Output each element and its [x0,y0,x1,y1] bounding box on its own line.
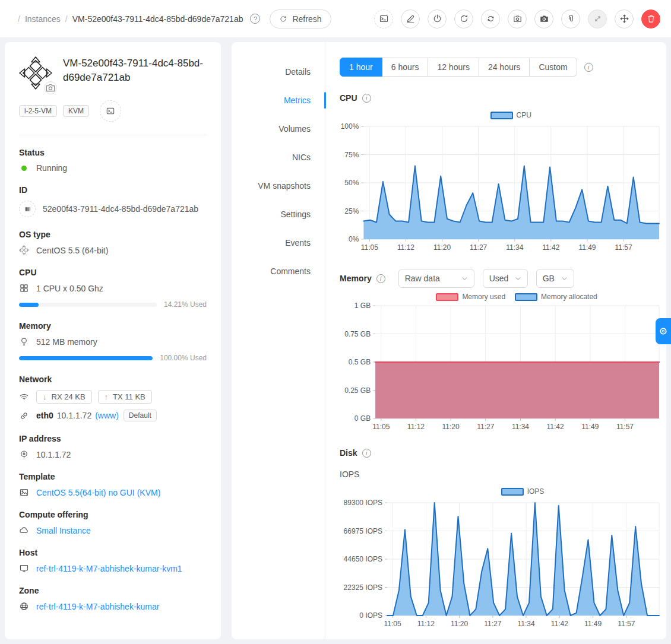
tx-tag: ↑TX 11 KB [98,390,152,404]
legend-memory-used[interactable]: Memory used [436,293,505,301]
svg-text:11:57: 11:57 [618,620,635,628]
iops-legend: IOPS [387,487,658,496]
svg-text:11:49: 11:49 [584,620,602,628]
recurring-snapshot-button[interactable] [534,9,553,28]
svg-text:50%: 50% [344,179,359,187]
memory-unit-select[interactable]: GB [536,269,574,288]
ip-value: 10.1.1.72 [36,450,71,459]
nic-name: eth0 [36,411,53,420]
chevron-down-icon [461,277,468,281]
cpu-section-title: CPU [340,93,357,103]
poweroff-button[interactable] [428,9,447,28]
memory-metric-select[interactable]: Raw data [398,269,474,288]
tab-metrics[interactable]: Metrics [232,86,325,115]
help-icon[interactable]: ? [250,14,260,24]
svg-text:11:34: 11:34 [512,423,529,431]
template-label: Template [19,472,207,481]
memory-chart: 0 GB0.25 GB0.5 GB0.75 GB1 GB11:0511:1211… [340,302,658,434]
svg-text:0 IOPS: 0 IOPS [359,611,382,620]
tab-details[interactable]: Details [232,58,325,86]
refresh-button[interactable]: Refresh [270,9,331,28]
range-1-hour[interactable]: 1 hour [340,58,382,77]
pin-icon [19,449,29,459]
cpu-progress [19,303,157,307]
offering-link[interactable]: Small Instance [36,526,91,535]
breadcrumb: / Instances / VM-52e00f43-7911-4dc4-85bd… [13,14,260,24]
vm-detail-card: DetailsMetricsVolumesNICsVM snapshotsSet… [232,42,666,639]
paperclip-icon [566,14,576,24]
time-range-group: 1 hour6 hours12 hours24 hoursCustom [340,58,577,77]
range-custom[interactable]: Custom [530,58,577,77]
divider [19,135,207,135]
memory-info-icon[interactable]: i [376,274,385,283]
zone-label: Zone [19,586,207,595]
memory-stat-select[interactable]: Used [483,269,528,288]
action-toolbar [374,9,660,28]
bulb-icon [19,337,29,347]
svg-text:1 GB: 1 GB [355,302,371,310]
migrate-button[interactable] [615,9,634,28]
network-label: Network [19,375,207,384]
edit-button[interactable] [401,9,420,28]
legend-memory-allocated[interactable]: Memory allocated [515,293,597,301]
settings-drawer-button[interactable] [656,318,671,344]
camera-badge-icon[interactable] [44,81,57,94]
svg-text:11:34: 11:34 [518,620,535,628]
memory-value: 512 MB memory [36,337,97,347]
reload-icon [279,15,287,23]
tab-settings[interactable]: Settings [232,200,325,229]
snapshot-button[interactable] [508,9,527,28]
destroy-button[interactable] [641,9,660,28]
svg-text:11:49: 11:49 [578,243,596,252]
tab-comments[interactable]: Comments [232,257,325,285]
reinstall-button[interactable] [481,9,500,28]
trash-icon [646,14,656,24]
nic-network-link[interactable]: (www) [95,411,119,420]
cpu-info-icon[interactable]: i [362,94,371,103]
zone-link[interactable]: ref-trl-4119-k-M7-abhishek-kumar [36,602,159,611]
svg-text:11:05: 11:05 [372,423,390,431]
console-button[interactable] [374,9,393,28]
metrics-panel: 1 hour6 hours12 hours24 hoursCustom i CP… [325,42,666,639]
svg-text:11:12: 11:12 [397,243,414,252]
legend-swatch [515,293,537,301]
svg-text:11:20: 11:20 [433,243,451,252]
wifi-icon [19,392,29,402]
iops-subtitle: IOPS [340,469,658,479]
host-link[interactable]: ref-trl-4119-k-M7-abhishek-kumar-kvm1 [36,564,182,573]
tab-vm-snapshots[interactable]: VM snapshots [232,172,325,200]
offering-label: Compute offering [19,510,207,519]
attach-iso-button[interactable] [561,9,580,28]
range-info-icon[interactable]: i [584,63,593,72]
memory-used-label: 100.00% Used [160,354,207,362]
range-24-hours[interactable]: 24 hours [479,58,530,77]
svg-text:11:05: 11:05 [384,620,401,628]
legend-cpu[interactable]: CPU [490,111,531,119]
disk-info-icon[interactable]: i [362,449,371,458]
ostype-value: CentOS 5.5 (64-bit) [36,246,108,255]
legend-iops[interactable]: IOPS [501,487,545,496]
svg-text:11:20: 11:20 [451,620,468,628]
svg-text:89300 IOPS: 89300 IOPS [344,499,382,507]
svg-text:22325 IOPS: 22325 IOPS [344,583,382,592]
hypervisor-tag: KVM [63,105,89,117]
svg-text:11:42: 11:42 [542,243,559,252]
instance-name-tag: i-2-5-VM [19,105,57,117]
console-mini-button[interactable] [100,100,121,122]
breadcrumb-instances[interactable]: Instances [25,14,61,24]
svg-text:11:49: 11:49 [581,423,599,431]
breadcrumb-separator: / [18,14,20,24]
reboot-button[interactable] [454,9,473,28]
tab-nics[interactable]: NICs [232,143,325,172]
disk-section-title: Disk [340,448,357,458]
svg-text:11:12: 11:12 [417,620,435,628]
template-link[interactable]: CentOS 5.5(64-bit) no GUI (KVM) [36,488,160,497]
range-12-hours[interactable]: 12 hours [428,58,479,77]
globe-icon [19,601,29,611]
range-6-hours[interactable]: 6 hours [382,58,429,77]
tab-volumes[interactable]: Volumes [232,115,325,143]
cloud-icon [19,525,29,535]
detail-tabs: DetailsMetricsVolumesNICsVM snapshotsSet… [232,42,325,639]
chevron-down-icon [515,277,521,281]
tab-events[interactable]: Events [232,229,325,257]
